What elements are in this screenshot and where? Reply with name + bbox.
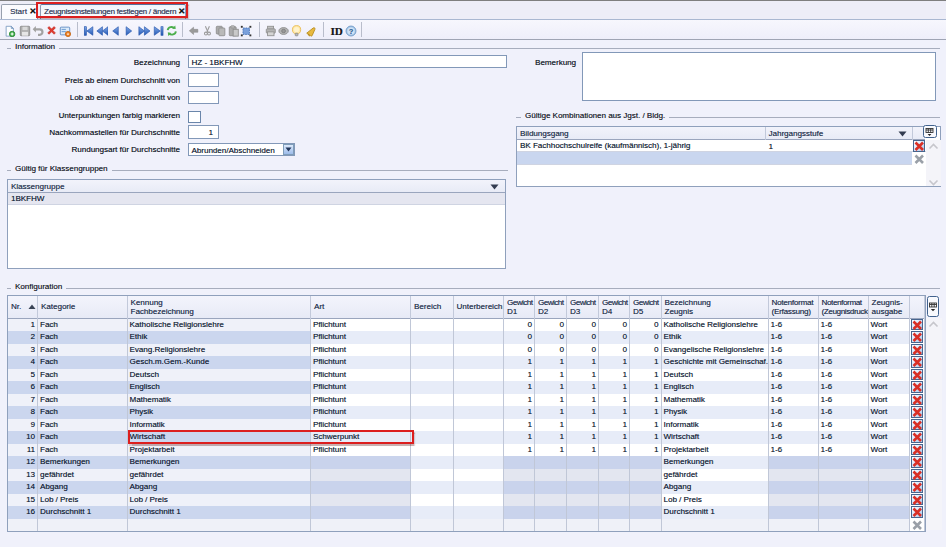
svg-text:?: ? — [349, 27, 354, 36]
